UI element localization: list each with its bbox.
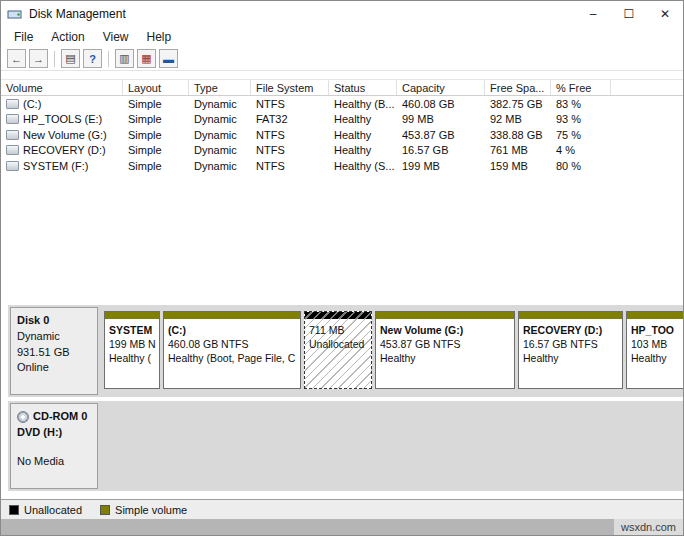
volume-file-system: NTFS (251, 129, 329, 141)
partition-status: Healthy (523, 351, 618, 365)
volume-free-space: 761 MB (485, 144, 551, 156)
toolbar: ← → ▤ ? ▥ ▦ ▬ (1, 47, 683, 71)
volume-row-recovery[interactable]: RECOVERY (D:) Simple Dynamic NTFS Health… (1, 143, 683, 159)
volume-name: RECOVERY (D:) (23, 144, 106, 156)
column-header-type[interactable]: Type (189, 80, 251, 95)
column-header-file-system[interactable]: File System (251, 80, 329, 95)
partition-size: 460.08 GB NTFS (168, 337, 296, 351)
simple-volume-band (376, 312, 514, 319)
bottom-strip: wsxdn.com (1, 519, 683, 535)
partition-c[interactable]: (C:) 460.08 GB NTFS Healthy (Boot, Page … (163, 311, 301, 389)
action-pane-icon[interactable]: ▬ (159, 49, 178, 68)
volume-status: Healthy (B... (329, 98, 397, 110)
column-header-capacity[interactable]: Capacity (397, 80, 485, 95)
partition-label: 711 MB (309, 323, 367, 337)
partition-label: HP_TOO (631, 323, 683, 337)
partition-unallocated[interactable]: 711 MB Unallocated (304, 311, 372, 389)
menu-file[interactable]: File (5, 30, 42, 44)
partition-status: Healthy (Boot, Page File, C (168, 351, 296, 365)
maximize-button[interactable]: ☐ (611, 1, 647, 27)
forward-icon[interactable]: → (29, 49, 48, 68)
menu-action[interactable]: Action (42, 30, 93, 44)
column-header-layout[interactable]: Layout (123, 80, 189, 95)
titlebar: Disk Management – ☐ ✕ (1, 1, 683, 27)
partition-status: Healthy (380, 351, 510, 365)
volume-percent-free: 4 % (551, 144, 611, 156)
volume-layout: Simple (123, 98, 189, 110)
menu-help[interactable]: Help (138, 30, 181, 44)
disk0-status: Online (17, 360, 91, 375)
properties-icon[interactable]: ▦ (137, 49, 156, 68)
volume-file-system: FAT32 (251, 113, 329, 125)
partition-label: New Volume (G:) (380, 323, 510, 337)
column-header-status[interactable]: Status (329, 80, 397, 95)
disk-management-app-icon (7, 7, 23, 21)
disk0-size: 931.51 GB (17, 345, 91, 360)
simple-volume-band (519, 312, 622, 319)
cdrom-row: CD-ROM 0 DVD (H:) No Media (8, 401, 683, 491)
volume-icon (6, 145, 19, 155)
volume-row-c[interactable]: (C:) Simple Dynamic NTFS Healthy (B... 4… (1, 96, 683, 112)
toolbar-separator (54, 51, 55, 67)
volume-capacity: 99 MB (397, 113, 485, 125)
disk0-info-panel[interactable]: Disk 0 Dynamic 931.51 GB Online (10, 307, 98, 395)
partition-system[interactable]: SYSTEM 199 MB N Healthy ( (104, 311, 160, 389)
volume-row-new-volume[interactable]: New Volume (G:) Simple Dynamic NTFS Heal… (1, 127, 683, 143)
volume-file-system: NTFS (251, 144, 329, 156)
partition-label: (C:) (168, 323, 296, 337)
volume-free-space: 92 MB (485, 113, 551, 125)
volume-capacity: 16.57 GB (397, 144, 485, 156)
volume-icon (6, 99, 19, 109)
partition-new-volume[interactable]: New Volume (G:) 453.87 GB NTFS Healthy (375, 311, 515, 389)
partition-label: SYSTEM (109, 323, 155, 337)
volume-row-hp-tools[interactable]: HP_TOOLS (E:) Simple Dynamic FAT32 Healt… (1, 112, 683, 128)
column-header-filler (611, 80, 683, 95)
volume-file-system: NTFS (251, 98, 329, 110)
partition-hp-tools[interactable]: HP_TOO 103 MB Healthy (626, 311, 683, 389)
legend-label-unallocated: Unallocated (24, 504, 82, 516)
watermark: wsxdn.com (614, 519, 683, 535)
volume-layout: Simple (123, 129, 189, 141)
partition-recovery[interactable]: RECOVERY (D:) 16.57 GB NTFS Healthy (518, 311, 623, 389)
window-controls: – ☐ ✕ (575, 1, 683, 27)
volume-percent-free: 80 % (551, 160, 611, 172)
volume-status: Healthy (S... (329, 160, 397, 172)
help-icon[interactable]: ? (83, 49, 102, 68)
column-header-volume[interactable]: Volume (1, 80, 123, 95)
volume-name: New Volume (G:) (23, 129, 107, 141)
volume-icon (6, 130, 19, 140)
partition-size: Unallocated (309, 337, 367, 351)
volume-status: Healthy (329, 144, 397, 156)
back-icon[interactable]: ← (7, 49, 26, 68)
volume-capacity: 199 MB (397, 160, 485, 172)
volume-capacity: 460.08 GB (397, 98, 485, 110)
minimize-button[interactable]: – (575, 1, 611, 27)
partition-size: 16.57 GB NTFS (523, 337, 618, 351)
volume-name: (C:) (23, 98, 41, 110)
cdrom-name: CD-ROM 0 (33, 409, 87, 424)
cdrom-media-area (100, 401, 683, 491)
cdrom-info-panel[interactable]: CD-ROM 0 DVD (H:) No Media (10, 403, 98, 489)
cdrom-media-status: No Media (17, 454, 91, 469)
disk0-type: Dynamic (17, 329, 91, 344)
volume-layout: Simple (123, 144, 189, 156)
menu-view[interactable]: View (94, 30, 138, 44)
console-tree-icon[interactable]: ▤ (61, 49, 80, 68)
column-header-percent-free[interactable]: % Free (551, 80, 611, 95)
close-button[interactable]: ✕ (647, 1, 683, 27)
simple-volume-band (627, 312, 683, 319)
partition-status: Healthy (631, 351, 683, 365)
volume-layout: Simple (123, 160, 189, 172)
volume-list-pane: Volume Layout Type File System Status Ca… (1, 71, 683, 299)
volume-type: Dynamic (189, 98, 251, 110)
partition-size: 199 MB N (109, 337, 155, 351)
partition-size: 453.87 GB NTFS (380, 337, 510, 351)
column-header-free-space[interactable]: Free Spa... (485, 80, 551, 95)
volume-table-header: Volume Layout Type File System Status Ca… (1, 79, 683, 96)
export-list-icon[interactable]: ▥ (115, 49, 134, 68)
simple-volume-band (105, 312, 159, 319)
partition-status: Healthy ( (109, 351, 155, 365)
legend-bar: Unallocated Simple volume (1, 499, 683, 519)
volume-row-system[interactable]: SYSTEM (F:) Simple Dynamic NTFS Healthy … (1, 158, 683, 174)
disk-management-window: Disk Management – ☐ ✕ File Action View H… (0, 0, 684, 536)
